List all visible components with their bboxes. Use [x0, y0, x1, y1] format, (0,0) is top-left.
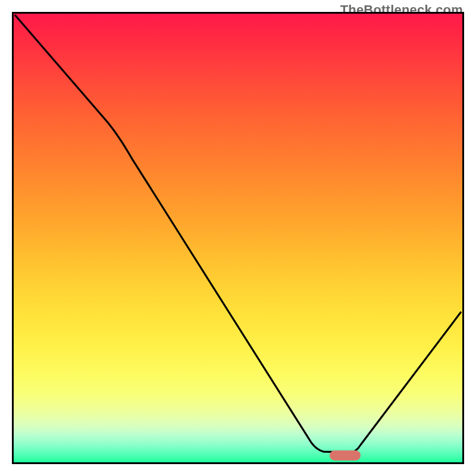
plot-area — [12, 12, 464, 464]
optimal-marker — [330, 450, 361, 461]
curve-path — [15, 15, 461, 452]
chart-container: TheBottleneck.com — [0, 0, 476, 476]
bottleneck-curve — [14, 14, 462, 462]
